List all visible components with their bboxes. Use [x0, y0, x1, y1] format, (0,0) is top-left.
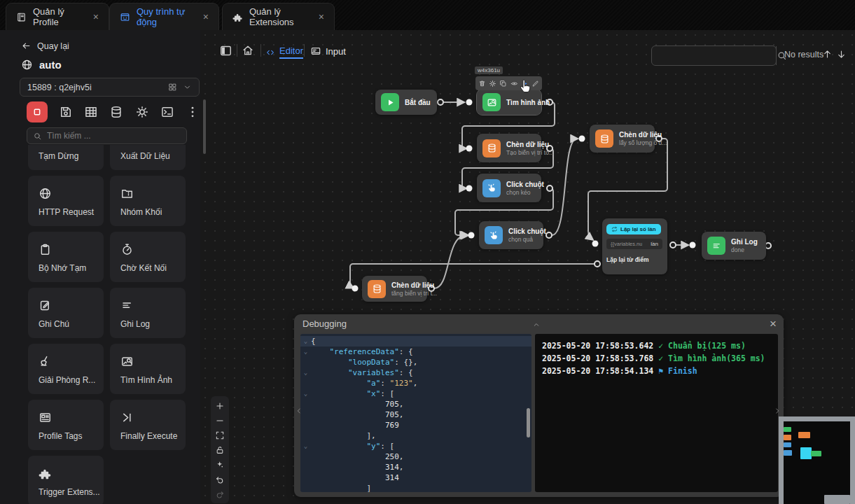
- palette-block[interactable]: Tìm Hình Ảnh: [110, 344, 186, 394]
- profile-select[interactable]: 15889 : q2ejhv5i: [20, 78, 200, 97]
- play-icon[interactable]: [521, 80, 529, 88]
- input-port[interactable]: [466, 186, 473, 192]
- palette-block[interactable]: Xuất Dữ Liệu: [110, 145, 186, 170]
- input-port[interactable]: [690, 242, 696, 248]
- prev-result-icon[interactable]: [822, 49, 833, 59]
- toggle-sidebar-icon[interactable]: [219, 44, 232, 57]
- json-scrollbar[interactable]: [527, 408, 530, 438]
- next-result-icon[interactable]: [836, 49, 847, 59]
- zoom-in-button[interactable]: [211, 398, 228, 413]
- undo-button[interactable]: [211, 472, 228, 486]
- zoom-out-button[interactable]: [211, 413, 228, 428]
- tab-workflow[interactable]: Quy trình tự động×: [109, 3, 219, 30]
- copy-icon[interactable]: [499, 80, 507, 88]
- node-cdl2[interactable]: Chèn dữ liệulấy số lượng ô đ...: [590, 125, 655, 153]
- palette-block[interactable]: Tạm Dừng: [28, 145, 104, 170]
- collapse-icon[interactable]: ⌄: [300, 336, 311, 346]
- close-debug-icon[interactable]: ×: [770, 317, 777, 331]
- node-cdl3[interactable]: Chèn dữ liệutăng biến vị trí t...: [362, 276, 427, 302]
- log-message: Tìm hình ảnh(365 ms): [668, 354, 765, 363]
- node-id-tag: w4x361u: [475, 66, 503, 74]
- pencil-icon[interactable]: [531, 80, 539, 88]
- node-loop[interactable]: Lặp lại số lần{{variables.nulầnLặp lại t…: [602, 218, 667, 274]
- sidebar-search[interactable]: [27, 127, 187, 144]
- log-entry: 2025-05-20 17:58:53.768 ✓ Tìm hình ảnh(3…: [542, 352, 771, 365]
- minimap-scrollbar[interactable]: [824, 495, 850, 504]
- auto-arrange-button[interactable]: [211, 457, 228, 472]
- tab-label: Quy trình tự động: [137, 6, 190, 27]
- node-find[interactable]: Tìm hình ảnh: [477, 90, 541, 115]
- palette-block[interactable]: Finally Execute: [110, 400, 186, 450]
- palette-block[interactable]: Profile Tags: [28, 400, 104, 450]
- collapse-icon[interactable]: ⌄: [300, 346, 311, 357]
- close-tab-icon[interactable]: ×: [203, 12, 209, 22]
- tab-profile[interactable]: Quản lý Profile×: [6, 3, 109, 30]
- folder-icon: [120, 187, 134, 200]
- panel-right-chevron-icon[interactable]: [773, 407, 781, 415]
- home-icon[interactable]: [242, 44, 254, 57]
- debug-log[interactable]: 2025-05-20 17:58:53.642 ✓ Chuẩn bị(125 m…: [535, 334, 778, 492]
- loop-count-field[interactable]: {{variables.nulần: [606, 239, 662, 249]
- output-port[interactable]: [546, 232, 552, 238]
- sidebar-search-input[interactable]: [47, 131, 181, 141]
- close-tab-icon[interactable]: ×: [93, 12, 99, 22]
- output-port[interactable]: [595, 261, 600, 267]
- eye-icon[interactable]: [510, 80, 518, 88]
- back-button[interactable]: Quay lại: [21, 41, 69, 51]
- trash-icon[interactable]: [478, 80, 486, 88]
- collapse-icon[interactable]: ⌄: [300, 388, 311, 399]
- table-button[interactable]: [84, 105, 98, 119]
- tab-input[interactable]: Input: [310, 46, 346, 57]
- palette-block[interactable]: Chờ Kết Nối: [110, 232, 186, 282]
- node-click1[interactable]: Click chuộtchọn kéo: [477, 174, 541, 202]
- input-port[interactable]: [579, 136, 585, 142]
- node-ghilog[interactable]: Ghi Logdone: [702, 232, 766, 260]
- palette-block[interactable]: HTTP Request: [28, 176, 104, 226]
- database-icon: [368, 280, 386, 298]
- collapse-panel-icon[interactable]: [532, 321, 541, 329]
- panel-left-chevron-icon[interactable]: [295, 407, 303, 415]
- gutter: [300, 357, 311, 368]
- input-port[interactable]: [466, 146, 473, 152]
- fit-view-button[interactable]: [211, 428, 228, 442]
- gear-icon[interactable]: [489, 80, 496, 88]
- node-subtitle: tăng biến vị trí t...: [391, 290, 437, 297]
- more-button[interactable]: [186, 105, 200, 119]
- sidebar-scrollbar[interactable]: [203, 99, 206, 154]
- canvas-search-input[interactable]: [652, 46, 776, 65]
- collapse-icon[interactable]: ⌄: [300, 441, 311, 451]
- palette-block[interactable]: Ghi Chú: [28, 288, 104, 338]
- palette-block[interactable]: Bộ Nhớ Tạm: [28, 232, 104, 282]
- lock-canvas-button[interactable]: [211, 442, 228, 457]
- close-tab-icon[interactable]: ×: [319, 12, 324, 22]
- palette-block[interactable]: Giải Phòng R...: [28, 344, 104, 394]
- sidebar-toolbar: [27, 102, 200, 122]
- input-port[interactable]: [592, 241, 599, 247]
- stop-button[interactable]: [27, 102, 48, 122]
- input-port[interactable]: [352, 286, 359, 292]
- output-port[interactable]: [438, 99, 443, 105]
- settings-button[interactable]: [135, 105, 149, 119]
- collapse-icon[interactable]: ⌄: [300, 368, 311, 378]
- input-port[interactable]: [468, 232, 475, 239]
- node-title: Chèn dữ liệu: [391, 281, 437, 289]
- flag-icon: ⚑: [658, 366, 663, 376]
- output-port[interactable]: [670, 242, 676, 248]
- node-click2[interactable]: Click chuộtchọn quả: [479, 221, 543, 249]
- palette-block[interactable]: Ghi Log: [110, 288, 186, 338]
- tab-editor[interactable]: Editor: [265, 46, 303, 59]
- output-port[interactable]: [765, 243, 771, 248]
- tab-extensions[interactable]: Quản lý Extensions×: [222, 3, 335, 30]
- save-button[interactable]: [59, 105, 73, 119]
- output-port[interactable]: [547, 186, 552, 191]
- palette-block[interactable]: Trigger Extens...: [28, 456, 104, 504]
- debug-json-viewer[interactable]: ⌄{⌄ "referenceData": { "loopData": {},⌄ …: [300, 334, 531, 492]
- terminal-button[interactable]: [160, 105, 174, 119]
- input-port[interactable]: [466, 99, 473, 106]
- minimap[interactable]: [779, 416, 855, 504]
- node-start[interactable]: Bắt đầu: [375, 90, 437, 115]
- palette-block[interactable]: Nhóm Khối: [110, 176, 186, 226]
- data-button[interactable]: [109, 105, 123, 119]
- redo-button[interactable]: [211, 486, 228, 501]
- node-cdl1[interactable]: Chèn dữ liệuTạo biến vị trí to...: [477, 134, 541, 162]
